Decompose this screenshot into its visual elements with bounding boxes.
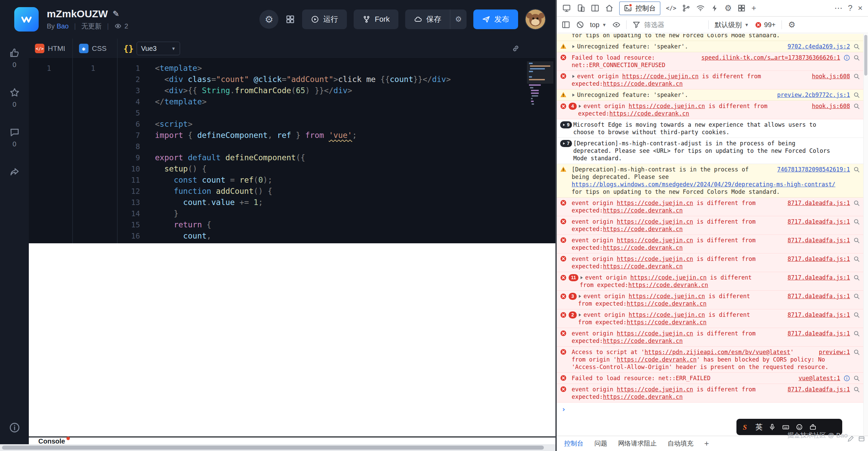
vertical-scrollbar[interactable]: [863, 34, 868, 436]
live-expression-eye-icon[interactable]: [612, 20, 621, 29]
fork-button[interactable]: Fork: [354, 9, 398, 29]
vertical-scrollbar-thumb[interactable]: [864, 35, 867, 76]
share-button[interactable]: [9, 166, 20, 177]
search-similar-icon[interactable]: [853, 103, 860, 109]
console-sidebar-icon[interactable]: [561, 20, 570, 29]
message-link[interactable]: https://code.devrank.cn: [603, 226, 683, 232]
message-link[interactable]: https://code.juejin.cn: [629, 103, 705, 109]
console-message[interactable]: vue@latest:1Failed to load resource: net…: [557, 373, 868, 384]
message-link[interactable]: https://code.juejin.cn: [617, 386, 693, 393]
keyboard-icon[interactable]: [782, 423, 790, 431]
ime-language-indicator[interactable]: 英: [755, 422, 763, 432]
filter-input[interactable]: 筛选器: [632, 20, 665, 29]
context-selector[interactable]: top ▼: [590, 21, 607, 29]
source-link[interactable]: 7467813782098542619:1: [777, 166, 850, 173]
message-link[interactable]: https://code.juejin.cn: [629, 311, 705, 318]
search-similar-icon[interactable]: [853, 330, 860, 337]
source-link[interactable]: preview:1: [819, 348, 850, 356]
message-link[interactable]: https://blogs.windows.com/msedgedev/2024…: [572, 181, 835, 188]
search-similar-icon[interactable]: [853, 312, 860, 318]
message-link[interactable]: https://code.juejin.cn: [622, 73, 698, 80]
performance-icon[interactable]: [710, 4, 719, 13]
horizontal-scrollbar-thumb[interactable]: [2, 446, 544, 450]
console-message[interactable]: 9Microsoft Edge is moving towards a new …: [557, 119, 868, 138]
source-link[interactable]: 8717.da1eadfa.js:1: [788, 255, 850, 263]
console-settings-icon[interactable]: ⚙: [788, 20, 795, 29]
message-link[interactable]: https://code.devrank.cn: [627, 319, 706, 326]
close-devtools-icon[interactable]: ×: [858, 3, 863, 13]
clear-console-icon[interactable]: [576, 20, 585, 29]
error-counter[interactable]: 99+: [755, 21, 776, 29]
message-link[interactable]: https://code.juejin.cn: [617, 255, 693, 262]
settings-button[interactable]: ⚙: [259, 10, 278, 29]
source-link[interactable]: 8717.da1eadfa.js:1: [788, 274, 850, 281]
message-link[interactable]: https://code.devrank.cn: [609, 110, 689, 117]
source-link[interactable]: vue@latest:1: [798, 374, 840, 382]
search-similar-icon[interactable]: [853, 73, 860, 80]
info-button[interactable]: [9, 422, 20, 435]
settings-gear-icon[interactable]: ⚙: [725, 3, 732, 13]
info-icon[interactable]: [844, 55, 850, 61]
juejin-code-logo-icon[interactable]: [14, 7, 39, 32]
expand-triangle-icon[interactable]: [580, 274, 585, 281]
search-similar-icon[interactable]: [853, 166, 860, 173]
console-message[interactable]: 7[Deprecation]-ms-high-contrast-adjust i…: [557, 138, 868, 164]
console-message[interactable]: 4hook.js:608event origin https://code.ju…: [557, 101, 868, 119]
source-link[interactable]: 8717.da1eadfa.js:1: [788, 330, 850, 337]
console-message[interactable]: 118717.da1eadfa.js:1event origin https:/…: [557, 272, 868, 291]
source-link[interactable]: preview.2cb9772c.js:1: [777, 91, 850, 99]
message-link[interactable]: https://code.devrank.cn: [603, 263, 683, 270]
console-message[interactable]: 7467813782098542619:1[Deprecation]-ms-hi…: [557, 164, 868, 198]
message-link[interactable]: https://code.devrank.cn: [603, 244, 683, 251]
tab-console-panel[interactable]: 控制台: [619, 1, 660, 15]
expand-triangle-icon[interactable]: [578, 103, 584, 109]
publish-button[interactable]: 发布: [473, 9, 518, 29]
source-link[interactable]: 8717.da1eadfa.js:1: [788, 237, 850, 244]
playground-console-header[interactable]: Console: [29, 436, 555, 444]
console-message[interactable]: 8717.da1eadfa.js:1event origin https://c…: [557, 216, 868, 235]
console-message[interactable]: 8717.da1eadfa.js:1event origin https://c…: [557, 198, 868, 216]
expand-triangle-icon[interactable]: [572, 43, 577, 50]
message-link[interactable]: https://code.juejin.cn: [630, 274, 707, 281]
like-widget[interactable]: 0: [9, 47, 20, 69]
expand-triangle-icon[interactable]: [578, 293, 584, 300]
console-message[interactable]: 8717.da1eadfa.js:1event origin https://c…: [557, 384, 868, 403]
expand-triangle-icon[interactable]: [572, 73, 577, 80]
message-link[interactable]: https://pdn.zijieapi.com/esm/bv/vue@late…: [645, 349, 790, 355]
message-link[interactable]: https://code.devrank.cn: [617, 356, 696, 363]
console-message[interactable]: 8717.da1eadfa.js:1event origin https://c…: [557, 328, 868, 347]
save-options-button[interactable]: ⚙: [450, 9, 467, 29]
toolbox-icon[interactable]: [809, 423, 817, 431]
author-link[interactable]: Bao: [57, 22, 69, 30]
search-similar-icon[interactable]: [853, 349, 860, 355]
source-link[interactable]: hook.js:608: [812, 73, 850, 80]
search-similar-icon[interactable]: [853, 256, 860, 262]
home-icon[interactable]: [605, 4, 614, 13]
search-similar-icon[interactable]: [853, 219, 860, 225]
message-link[interactable]: https://code.devrank.cn: [628, 282, 708, 288]
expand-triangle-icon[interactable]: [572, 91, 577, 98]
source-link[interactable]: 8717.da1eadfa.js:1: [788, 218, 850, 225]
message-link[interactable]: https://code.devrank.cn: [603, 337, 683, 344]
drawer-tab-console[interactable]: 控制台: [564, 439, 584, 448]
log-level-selector[interactable]: 默认级别 ▼: [715, 20, 749, 29]
search-similar-icon[interactable]: [853, 237, 860, 244]
drawer-tab-autofill[interactable]: 自动填充: [668, 439, 693, 448]
network-icon[interactable]: [696, 4, 705, 13]
branch-icon[interactable]: [682, 4, 691, 13]
microphone-icon[interactable]: [768, 423, 776, 431]
console-message[interactable]: 28717.da1eadfa.js:1event origin https://…: [557, 309, 868, 328]
js-code[interactable]: <template> <div class="count" @click="ad…: [145, 59, 555, 243]
search-similar-icon[interactable]: [853, 43, 860, 50]
search-similar-icon[interactable]: [853, 274, 860, 281]
source-link[interactable]: 8717.da1eadfa.js:1: [788, 386, 850, 393]
search-similar-icon[interactable]: [853, 92, 860, 98]
source-link[interactable]: hook.js:608: [812, 102, 850, 110]
console-message[interactable]: preview.2cb9772c.js:1Unrecognized featur…: [557, 89, 868, 101]
message-link[interactable]: https://code.juejin.cn: [617, 218, 693, 225]
message-link[interactable]: https://code.juejin.cn: [617, 330, 693, 337]
more-options-icon[interactable]: ⋯: [834, 3, 843, 13]
source-link[interactable]: 8717.da1eadfa.js:1: [788, 199, 850, 207]
tab-html[interactable]: </> HTML: [29, 39, 72, 59]
source-link[interactable]: speed.ilink-tk.com/s…art=1738736366626:1: [702, 54, 840, 61]
